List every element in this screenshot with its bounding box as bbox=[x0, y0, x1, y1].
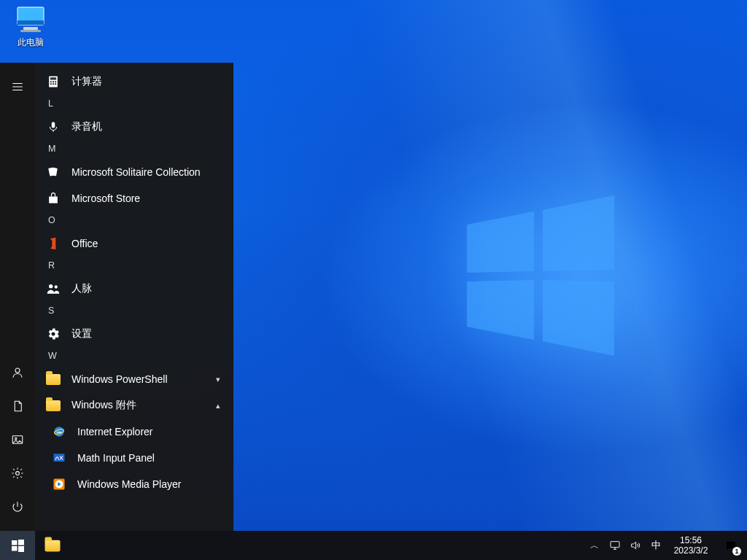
app-label: Math Input Panel bbox=[77, 452, 225, 464]
svg-marker-26 bbox=[543, 280, 614, 356]
app-label: Office bbox=[71, 238, 225, 249]
windows-logo-icon bbox=[12, 540, 24, 552]
alpha-header[interactable]: R bbox=[35, 257, 233, 276]
svg-rect-30 bbox=[20, 30, 41, 32]
microphone-icon bbox=[45, 119, 61, 135]
computer-icon bbox=[13, 4, 48, 34]
app-calculator[interactable]: 计算器 bbox=[35, 69, 233, 95]
folder-windows-powershell[interactable]: Windows PowerShell ▾ bbox=[35, 366, 233, 392]
app-label: 计算器 bbox=[71, 75, 225, 88]
app-voice-recorder[interactable]: 录音机 bbox=[35, 114, 233, 140]
svg-rect-31 bbox=[12, 540, 18, 545]
cards-icon bbox=[45, 164, 61, 180]
settings-button[interactable] bbox=[0, 456, 35, 490]
tray-project-icon[interactable] bbox=[608, 539, 622, 552]
app-label: Microsoft Store bbox=[71, 192, 225, 204]
svg-marker-23 bbox=[467, 211, 534, 273]
svg-rect-33 bbox=[12, 546, 18, 551]
svg-rect-29 bbox=[23, 27, 38, 30]
desktop-icon-this-pc[interactable]: 此电脑 bbox=[3, 4, 58, 49]
folder-icon bbox=[45, 397, 61, 413]
tray-volume-icon[interactable] bbox=[629, 539, 642, 552]
tray-ime-indicator[interactable]: 中 bbox=[649, 539, 662, 552]
clock-time: 15:56 bbox=[673, 535, 709, 545]
app-label: Internet Explorer bbox=[77, 426, 225, 438]
account-button[interactable] bbox=[0, 356, 35, 389]
tray-overflow-button[interactable]: ︿ bbox=[588, 539, 601, 552]
app-office[interactable]: Office bbox=[35, 230, 233, 257]
alpha-header[interactable]: L bbox=[35, 95, 233, 114]
app-label: 录音机 bbox=[71, 120, 225, 133]
taskbar-file-explorer[interactable] bbox=[35, 531, 70, 560]
app-people[interactable]: 人脉 bbox=[35, 276, 233, 302]
calculator-icon bbox=[45, 74, 61, 90]
app-microsoft-store[interactable]: Microsoft Store bbox=[35, 185, 233, 211]
app-label: Microsoft Solitaire Collection bbox=[71, 166, 225, 178]
office-icon bbox=[45, 236, 61, 252]
system-tray: ︿ 中 bbox=[581, 531, 667, 560]
taskbar-clock[interactable]: 15:56 2023/3/2 bbox=[667, 531, 715, 560]
svg-marker-25 bbox=[467, 280, 534, 340]
folder-icon bbox=[45, 371, 61, 387]
folder-icon bbox=[45, 540, 61, 551]
app-label: Windows PowerShell bbox=[71, 373, 201, 385]
svg-rect-32 bbox=[18, 540, 24, 545]
app-label: Windows 附件 bbox=[71, 399, 201, 412]
media-player-icon bbox=[51, 476, 67, 492]
svg-rect-34 bbox=[18, 546, 24, 552]
documents-button[interactable] bbox=[0, 389, 35, 423]
alpha-header[interactable]: W bbox=[35, 347, 233, 366]
gear-icon bbox=[45, 326, 61, 342]
chevron-up-icon: ▴ bbox=[212, 401, 225, 411]
start-menu-rail bbox=[0, 63, 35, 531]
power-button[interactable] bbox=[0, 490, 35, 524]
alpha-header[interactable]: S bbox=[35, 302, 233, 321]
chevron-down-icon: ▾ bbox=[212, 375, 225, 384]
people-icon bbox=[45, 281, 61, 297]
app-settings[interactable]: 设置 bbox=[35, 321, 233, 347]
store-icon bbox=[45, 190, 61, 206]
windows-wallpaper-logo bbox=[461, 195, 622, 356]
taskbar: ︿ 中 15:56 2023/3/2 1 bbox=[0, 531, 747, 560]
app-solitaire[interactable]: Microsoft Solitaire Collection bbox=[35, 159, 233, 185]
app-label: Windows Media Player bbox=[77, 478, 225, 490]
start-button[interactable] bbox=[0, 531, 35, 560]
start-menu: 计算器 L 录音机 M Microsoft Solitaire Collecti… bbox=[0, 63, 233, 531]
pictures-button[interactable] bbox=[0, 423, 35, 456]
app-label: 人脉 bbox=[71, 282, 225, 295]
svg-marker-24 bbox=[543, 195, 614, 271]
math-input-icon bbox=[51, 450, 67, 466]
action-center-button[interactable]: 1 bbox=[715, 531, 747, 560]
app-internet-explorer[interactable]: Internet Explorer bbox=[35, 419, 233, 445]
start-menu-app-list[interactable]: 计算器 L 录音机 M Microsoft Solitaire Collecti… bbox=[35, 63, 233, 531]
expand-menu-button[interactable] bbox=[0, 70, 35, 104]
desktop-icon-label: 此电脑 bbox=[3, 36, 58, 49]
alpha-header[interactable]: O bbox=[35, 211, 233, 230]
ie-icon bbox=[51, 424, 67, 440]
notification-badge: 1 bbox=[732, 547, 741, 556]
app-label: 设置 bbox=[71, 327, 225, 341]
app-windows-media-player[interactable]: Windows Media Player bbox=[35, 471, 233, 497]
folder-windows-accessories[interactable]: Windows 附件 ▴ bbox=[35, 392, 233, 419]
app-math-input-panel[interactable]: Math Input Panel bbox=[35, 445, 233, 471]
clock-date: 2023/3/2 bbox=[673, 545, 709, 556]
alpha-header[interactable]: M bbox=[35, 140, 233, 159]
svg-rect-28 bbox=[18, 20, 44, 25]
